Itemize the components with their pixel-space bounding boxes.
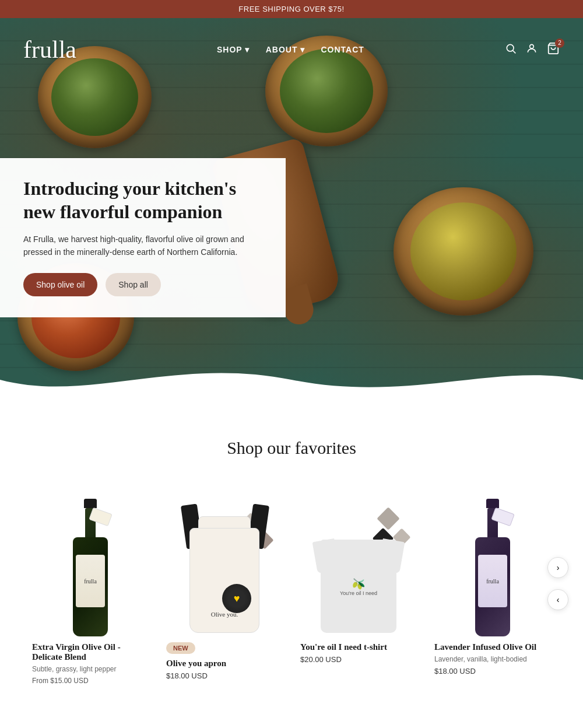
hero-title: Introducing your kitchen's new flavorful… (23, 177, 262, 223)
apron: ♥ Olive you. (178, 505, 271, 633)
announcement-text: FREE SHIPPING OVER $75! (238, 5, 344, 13)
product-image-2: ♥ Olive you. (166, 481, 283, 633)
nav-links: SHOP ▾ ABOUT ▾ CONTACT (217, 45, 364, 54)
user-icon (526, 45, 538, 57)
shop-all-button[interactable]: Shop all (106, 273, 161, 296)
product-card-2[interactable]: ♥ Olive you. NEW Olive you apron $18.00 … (157, 481, 292, 696)
apron-body: ♥ Olive you. (189, 528, 259, 633)
nav-icons: 2 (505, 42, 560, 58)
product-price-3: $20.00 USD (300, 655, 417, 664)
product-price-1: From $15.00 USD (32, 677, 149, 685)
about-chevron-icon: ▾ (300, 45, 305, 54)
food-bowl-3 (394, 187, 533, 316)
products-grid: frulla Extra Virgin Olive Oil - Delicate… (23, 481, 560, 696)
product-price-4: $18.00 USD (434, 667, 551, 676)
bottle-cap (84, 499, 97, 508)
svg-point-0 (507, 44, 514, 51)
carousel-prev-button[interactable]: ‹ (547, 589, 568, 610)
product-title-4: Lavender Infused Olive Oil (434, 642, 551, 652)
shop-chevron-icon: ▾ (245, 45, 250, 54)
tshirt: 🫒 You're oil I need (312, 522, 405, 633)
product-subtitle-4: Lavender, vanilla, light-bodied (434, 655, 551, 663)
product-card-4[interactable]: frulla Lavender Infused Olive Oil Lavend… (426, 481, 560, 696)
product-card-3[interactable]: 🫒 You're oil I need You're oil I need t-… (292, 481, 426, 696)
arrow-left-icon: ‹ (557, 595, 560, 604)
svg-line-1 (513, 50, 516, 53)
bottle-lavender: frulla (475, 499, 510, 633)
product-title-3: You're oil I need t-shirt (300, 642, 417, 652)
product-image-1: frulla (32, 481, 149, 633)
svg-point-2 (530, 44, 534, 48)
carousel-next-button[interactable]: › (547, 557, 568, 578)
product-subtitle-1: Subtle, grassy, light pepper (32, 665, 149, 673)
account-button[interactable] (526, 43, 538, 57)
badge-new: NEW (166, 642, 283, 659)
cart-button[interactable]: 2 (547, 42, 560, 58)
bottle-dark: frulla (73, 499, 108, 633)
announcement-bar: FREE SHIPPING OVER $75! (0, 0, 583, 18)
site-logo[interactable]: frulla (23, 36, 76, 64)
product-title-1: Extra Virgin Olive Oil - Delicate Blend (32, 642, 149, 662)
tshirt-body: 🫒 You're oil I need (321, 540, 396, 633)
bottle-label-lavender: frulla (478, 555, 507, 607)
products-section: Shop our favorites frulla Extra Virgin O… (0, 403, 583, 720)
product-title-2: Olive you apron (166, 659, 283, 668)
hero-card: Introducing your kitchen's new flavorful… (0, 158, 286, 317)
nav-shop[interactable]: SHOP ▾ (217, 45, 250, 54)
hero-section: frulla SHOP ▾ ABOUT ▾ CONTACT (0, 18, 583, 403)
bottle-body: frulla (73, 537, 108, 636)
apron-olive-icon: ♥ (222, 584, 251, 613)
bottle-body-lavender: frulla (475, 537, 510, 636)
hero-description: At Frulla, we harvest high-quality, flav… (23, 233, 262, 259)
search-button[interactable] (505, 43, 517, 57)
hero-buttons: Shop olive oil Shop all (23, 273, 262, 296)
shop-olive-oil-button[interactable]: Shop olive oil (23, 273, 97, 296)
cart-count: 2 (555, 38, 564, 48)
product-image-4: frulla (434, 481, 551, 633)
bottle-label: frulla (76, 555, 105, 607)
product-price-2: $18.00 USD (166, 671, 283, 680)
hero-wave (0, 356, 583, 403)
product-image-3: 🫒 You're oil I need (300, 481, 417, 633)
section-title: Shop our favorites (23, 438, 560, 458)
product-card-1[interactable]: frulla Extra Virgin Olive Oil - Delicate… (23, 481, 157, 696)
arrow-right-icon: › (557, 563, 560, 572)
tshirt-print: 🫒 You're oil I need (335, 578, 382, 596)
bottle-cap-lavender (486, 499, 499, 508)
site-header: frulla SHOP ▾ ABOUT ▾ CONTACT (0, 36, 583, 64)
nav-contact[interactable]: CONTACT (321, 45, 364, 54)
search-icon (505, 45, 517, 57)
nav-about[interactable]: ABOUT ▾ (266, 45, 305, 54)
